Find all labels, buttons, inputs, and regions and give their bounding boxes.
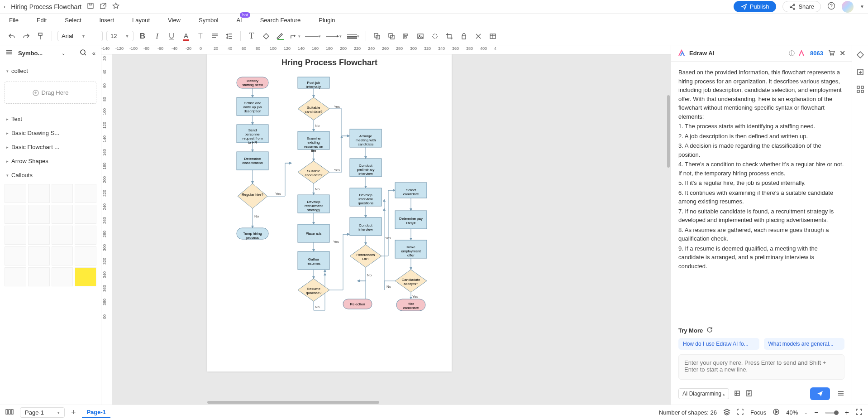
crop-icon[interactable] [444,31,455,42]
callout-thumb[interactable] [75,205,96,224]
fill-icon[interactable] [261,31,272,42]
callout-thumb[interactable] [52,267,73,286]
section-text[interactable]: ▸Text [5,112,96,126]
menu-layout[interactable]: Layout [132,17,150,24]
line-style-icon[interactable]: ▾ [304,31,321,42]
zoom-in-button[interactable]: + [845,409,849,417]
line-weight-icon[interactable]: ▾ [346,31,360,42]
send-back-icon[interactable] [386,31,397,42]
chevron-down-icon[interactable]: ▼ [860,4,864,9]
open-external-icon[interactable] [100,2,107,11]
callout-thumb[interactable] [28,246,50,266]
callout-thumb[interactable] [5,226,26,245]
callout-thumb[interactable] [75,267,96,286]
italic-icon[interactable]: I [152,31,162,42]
zoom-slider[interactable] [825,412,839,414]
line-color-icon[interactable] [275,31,286,42]
drag-zone[interactable]: Drag Here [5,82,96,104]
export-icon[interactable] [855,67,865,77]
callout-thumb[interactable] [52,205,73,224]
menu-plugin[interactable]: Plugin [319,17,335,24]
ai-attach-icon[interactable] [734,390,741,398]
ai-expand-icon[interactable] [837,390,844,398]
image-icon[interactable] [415,31,426,42]
align-objects-icon[interactable] [401,31,411,42]
callout-thumb[interactable] [75,246,96,266]
share-button[interactable]: Share [782,1,821,12]
tools-icon[interactable] [473,31,484,42]
style-icon[interactable] [855,50,865,60]
section-arrow-shapes[interactable]: ▸Arrow Shapes [5,154,96,168]
ai-chip[interactable]: How do I use Edraw AI fo... [678,338,759,350]
ai-mode-select[interactable]: AI Diagramming ▴ [678,388,729,399]
play-icon[interactable] [773,408,780,417]
back-icon[interactable]: ‹ [4,3,5,10]
underline-icon[interactable]: U [166,31,177,42]
callout-thumb[interactable] [5,184,26,203]
horizontal-scrollbar[interactable] [207,400,379,405]
ai-input[interactable] [678,354,844,380]
callout-thumb[interactable] [75,226,96,245]
callout-thumb[interactable] [52,226,73,245]
callout-thumb[interactable] [5,205,26,224]
refresh-icon[interactable] [706,327,713,334]
focus-label[interactable]: Focus [750,409,766,416]
section-collect[interactable]: ▾collect [5,64,96,78]
menu-symbol[interactable]: Symbol [199,17,218,24]
undo-icon[interactable] [6,31,17,42]
ai-help-icon[interactable]: ⓘ [789,49,795,58]
callout-thumb[interactable] [52,246,73,266]
font-size-select[interactable]: 12▼ [106,31,134,41]
ai-chip[interactable]: What models are general... [764,338,845,350]
section-basic-drawing[interactable]: ▸Basic Drawing S... [5,126,96,140]
collapse-icon[interactable]: « [92,50,95,57]
section-callouts[interactable]: ▾Callouts [5,168,96,182]
callout-thumb[interactable] [5,246,26,266]
bold-icon[interactable]: B [137,31,148,42]
connector-icon[interactable]: ▾ [290,31,300,42]
save-icon[interactable] [87,2,94,11]
canvas[interactable]: Hring Process Flowchart [112,54,671,405]
menu-insert[interactable]: Insert [100,17,114,24]
ai-send-button[interactable] [810,387,830,400]
zoom-level[interactable]: 40% [786,409,798,416]
cart-icon[interactable] [828,49,835,58]
vertical-scrollbar[interactable] [666,54,671,405]
zoom-out-button[interactable]: − [814,409,818,417]
search-icon[interactable] [80,49,87,58]
text-style-icon[interactable]: T [195,31,206,42]
callout-thumb[interactable] [5,267,26,286]
table-icon[interactable] [487,31,498,42]
grid-icon[interactable] [855,84,865,94]
ai-doc-icon[interactable] [745,390,753,398]
callout-thumb[interactable] [28,226,50,245]
align-icon[interactable] [210,31,220,42]
add-page-button[interactable]: + [71,408,76,417]
font-color-icon[interactable]: A [181,31,191,42]
callout-thumb[interactable] [28,205,50,224]
menu-view[interactable]: View [168,17,181,24]
avatar[interactable] [842,1,854,13]
pages-icon[interactable] [5,409,14,416]
callout-thumb[interactable] [28,267,50,286]
text-tool-icon[interactable]: T [246,31,257,42]
lock-icon[interactable] [458,31,469,42]
help-icon[interactable] [827,2,835,11]
page[interactable]: Hring Process Flowchart [207,54,452,372]
close-icon[interactable]: ✕ [839,49,845,58]
page-tab[interactable]: Page-1 [82,407,110,418]
callout-thumb[interactable] [52,184,73,203]
line-spacing-icon[interactable] [224,31,235,42]
arrow-style-icon[interactable]: ▾ [325,31,342,42]
callout-thumb[interactable] [75,184,96,203]
redo-icon[interactable] [21,31,32,42]
menu-edit[interactable]: Edit [37,17,47,24]
menu-file[interactable]: File [9,17,19,24]
menu-search-feature[interactable]: Search Feature [260,17,301,24]
library-menu-icon[interactable]: ⌄ [62,51,65,56]
effects-icon[interactable] [429,31,440,42]
menu-ai[interactable]: AI hot [236,17,242,24]
callout-thumb[interactable] [28,184,50,203]
font-select[interactable]: Arial▼ [57,31,103,41]
bring-front-icon[interactable] [372,31,382,42]
